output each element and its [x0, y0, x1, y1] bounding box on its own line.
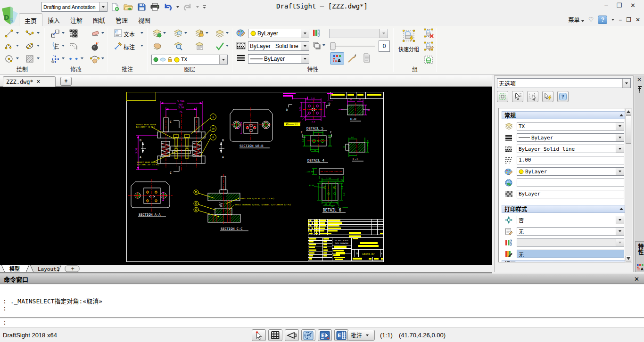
lineweight-combo-dropdown-icon[interactable] — [301, 42, 309, 50]
trim-tool-dropdown-icon[interactable] — [81, 57, 83, 59]
text-tool-button[interactable]: A — [114, 29, 122, 37]
layer-tools-dropdown-icon[interactable] — [322, 44, 325, 46]
scroll-thumb[interactable] — [626, 115, 631, 144]
command-window-header[interactable]: 命令窗口 ✕ — [0, 274, 644, 284]
close-button[interactable]: ✕ — [630, 2, 636, 9]
menu-button[interactable]: 菜单 — [568, 16, 584, 24]
dimension-tool-button[interactable] — [114, 42, 122, 50]
lineweight-combo[interactable]: ByLayer Solid line — [248, 41, 309, 51]
grid-toggle-button[interactable] — [268, 329, 282, 341]
select-box-cursor-button[interactable] — [527, 91, 538, 102]
hyperlink-field[interactable] — [517, 179, 624, 187]
weight-value-field[interactable]: 0 — [379, 41, 390, 52]
layer-preview-button[interactable] — [173, 42, 183, 50]
linestyle-field[interactable]: ByLayer — [517, 133, 624, 142]
layer-apply-dropdown-icon[interactable] — [226, 45, 229, 47]
color-field-dropdown-icon[interactable] — [616, 168, 624, 175]
tab-sheet[interactable]: 图纸 — [88, 13, 110, 26]
layer-field-dropdown-icon[interactable] — [616, 122, 624, 130]
linetype-combo[interactable]: ByLayer — [248, 54, 309, 64]
command-window-close-icon[interactable]: ✕ — [634, 276, 639, 283]
command-history[interactable]: : ._MAINSELECT指定对角:«取消» : — [0, 285, 644, 318]
weld-tool-dropdown-icon[interactable] — [101, 57, 104, 59]
printtable-field-dropdown-icon[interactable] — [616, 228, 624, 235]
lineweight-icon[interactable] — [236, 41, 246, 50]
layer-previous-button[interactable] — [152, 42, 162, 50]
snap-toggle-button[interactable] — [252, 329, 266, 341]
dimension-tool-label[interactable]: 标注 — [124, 43, 135, 51]
hatch-tool-dropdown-icon[interactable] — [37, 57, 40, 59]
text-tool-label[interactable]: 文本 — [124, 30, 135, 38]
favorites-icon[interactable]: ♡ — [588, 16, 594, 23]
line-tool-button[interactable] — [5, 29, 13, 38]
selection-filter-combo[interactable]: 无选项 — [497, 78, 631, 88]
layer-apply-button[interactable] — [215, 42, 224, 50]
lineweight-field-dropdown-icon[interactable] — [616, 145, 624, 153]
polar-toggle-button[interactable] — [301, 329, 315, 341]
hatch-tool-button[interactable] — [25, 55, 34, 63]
help-dropdown-icon[interactable] — [611, 19, 614, 21]
palette-help-button[interactable]: ? — [557, 91, 569, 102]
new-document-tab-button[interactable]: + — [60, 77, 72, 86]
printtable-field[interactable]: 无 — [517, 227, 624, 236]
weld-tool-button[interactable] — [90, 55, 99, 64]
erase-tool-button[interactable] — [91, 29, 100, 38]
layer-manager-dropdown-icon[interactable] — [163, 32, 166, 34]
spline-tool-dropdown-icon[interactable] — [16, 45, 19, 47]
layer-states-button[interactable] — [215, 29, 224, 38]
color-combo-dropdown-icon[interactable] — [301, 29, 309, 38]
color-field[interactable]: ByLayer — [517, 167, 624, 176]
drawing-canvas[interactable]: 5.700REF 3.50PL 3.38 SOCKET HEAD SCREW 1… — [0, 87, 492, 265]
layer-lock-dropdown-icon[interactable] — [206, 32, 208, 34]
linescale-field[interactable]: 1.00 — [517, 156, 624, 164]
scroll-up-icon[interactable] — [626, 109, 631, 114]
doc-restore-button[interactable]: ❐ — [626, 16, 631, 23]
layer-manager-button[interactable] — [152, 29, 162, 38]
trim-tool-button[interactable] — [68, 55, 79, 63]
scroll-down-icon[interactable] — [626, 256, 631, 261]
color-icon[interactable] — [236, 29, 246, 37]
array-tool-button[interactable] — [51, 55, 60, 64]
format-painter-button[interactable] — [347, 53, 357, 64]
erase-tool-dropdown-icon[interactable] — [101, 32, 104, 34]
ortho-toggle-button[interactable] — [285, 329, 299, 341]
transparency-field[interactable]: ByLayer — [517, 190, 624, 198]
arc-tool-dropdown-icon[interactable] — [37, 32, 40, 34]
minimize-button[interactable]: – — [604, 2, 608, 9]
chamfer-tool-button[interactable] — [69, 42, 78, 50]
dimension-tool-dropdown-icon[interactable] — [140, 45, 143, 47]
linetype-icon[interactable] — [236, 54, 246, 63]
pattern-tool-button[interactable] — [69, 29, 78, 38]
tab-view[interactable]: 视图 — [133, 13, 156, 26]
restore-button[interactable]: ❐ — [616, 2, 622, 9]
edit-group-button[interactable] — [424, 41, 434, 52]
collapse-general-icon[interactable] — [619, 114, 623, 116]
palette-scrollbar[interactable] — [625, 108, 632, 262]
annotation-scale-combo[interactable]: 批注 — [347, 330, 375, 341]
quick-group-button[interactable]: 快速分组 — [396, 29, 421, 53]
properties-side-tab[interactable]: 特性 A — [635, 241, 644, 272]
stretch-tool-button[interactable] — [51, 42, 60, 51]
doc-close-button[interactable]: ✕ — [636, 16, 640, 23]
section-view[interactable]: 视图 — [502, 260, 626, 262]
etrack-toggle-button[interactable]: E — [334, 329, 348, 341]
entity-properties-button[interactable]: A — [330, 52, 344, 65]
array-tool-dropdown-icon[interactable] — [62, 57, 65, 59]
layer-combo[interactable]: TX — [151, 55, 228, 65]
ungroup-button[interactable] — [424, 28, 434, 39]
circle-tool-button[interactable] — [5, 55, 13, 63]
tab-insert[interactable]: 插入 — [42, 13, 65, 26]
match-properties-button[interactable] — [363, 53, 371, 63]
printpen-field[interactable]: 无 — [517, 250, 624, 258]
command-input[interactable]: : — [0, 318, 644, 327]
lineweight-field[interactable]: ByLayer Solid line — [517, 145, 624, 153]
ellipse-tool-dropdown-icon[interactable] — [37, 45, 40, 47]
section-printstyle[interactable]: 打印样式 — [502, 205, 626, 213]
collapse-printstyle-icon[interactable] — [619, 208, 623, 210]
highlight-group-button[interactable] — [424, 55, 433, 65]
section-general[interactable]: 常规 — [502, 111, 626, 119]
esnap-toggle-button[interactable]: E — [318, 329, 332, 341]
color-bars-icon[interactable] — [313, 29, 321, 37]
document-tab-close-icon[interactable]: ✕ — [36, 79, 41, 85]
doc-minimize-button[interactable]: – — [619, 16, 622, 23]
